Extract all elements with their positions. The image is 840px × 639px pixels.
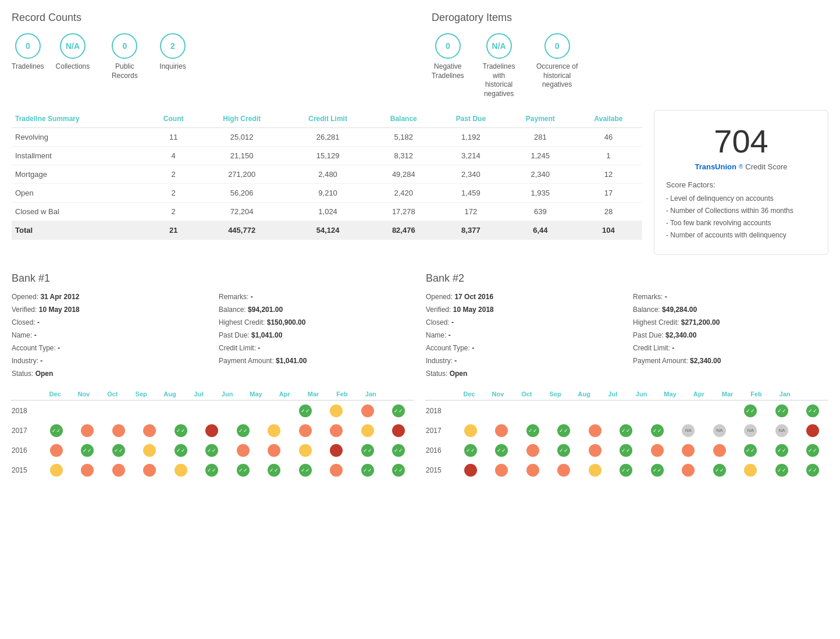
credit-score-label: Credit Score — [745, 162, 787, 171]
calendar-dot — [557, 464, 570, 477]
calendar-dot: ✓ — [361, 464, 374, 477]
tradeline-header-cell: Payment — [506, 110, 575, 128]
bank-detail-item: Verified: 10 May 2018 — [12, 304, 207, 315]
table-cell: Revolving — [12, 128, 148, 147]
derogatory-label: Tradelines withhistorical negatives — [476, 62, 522, 98]
calendar-dot: ✓ — [175, 444, 187, 457]
calendar-dot-cell: NA — [704, 424, 735, 437]
table-cell: 1,459 — [436, 184, 506, 203]
calendar-month-label: Sep — [541, 390, 570, 397]
calendar-dot — [237, 444, 250, 457]
bank-detail-item: Highest Credit: $150,900.00 — [219, 317, 414, 328]
calendar-month-label: Jun — [627, 390, 656, 397]
table-cell: 281 — [506, 128, 575, 147]
calendar-dot — [589, 464, 601, 477]
calendar-dot: NA — [775, 424, 788, 437]
calendar-dot: NA — [713, 424, 726, 437]
record-count-circle: 0 — [15, 33, 41, 59]
calendar-dot-cell — [486, 464, 518, 477]
table-cell: 8,312 — [372, 147, 436, 165]
bank-detail-item: Name: - — [12, 330, 207, 340]
table-cell: 26,281 — [284, 128, 372, 147]
bank-detail-item: Closed: - — [12, 317, 207, 328]
calendar-month-label: Dec — [41, 390, 69, 397]
calendar-dot — [526, 464, 539, 477]
calendar-dot-cell — [72, 404, 104, 417]
calendar-dot-cell — [642, 444, 673, 457]
calendar-dot: ✓ — [50, 424, 63, 437]
table-cell: Mortgage — [12, 165, 148, 184]
table-cell: 5,182 — [372, 128, 436, 147]
calendar-dot — [50, 464, 63, 477]
calendar-dots-row: ✓✓✓✓✓✓ — [41, 444, 414, 457]
tradeline-header-cell: Tradeline Summary — [12, 110, 148, 128]
table-cell: 21,150 — [200, 147, 284, 165]
calendar-year-label: 2018 — [426, 407, 455, 415]
calendar-dot — [464, 464, 477, 477]
calendar-year-label: 2018 — [12, 407, 41, 415]
calendar-dot-cell — [455, 424, 486, 437]
bank-detail-item: Credit Limit: - — [633, 343, 828, 353]
calendar-dot — [713, 404, 726, 417]
calendar-dot-cell: NA — [673, 424, 704, 437]
table-cell: 17,278 — [372, 203, 436, 221]
calendar-month-label: Sep — [127, 390, 155, 397]
calendar-dot-cell — [134, 404, 166, 417]
bank1-calendar: DecNovOctSepAugJulJunMayAprMarFebJan 201… — [12, 390, 414, 480]
table-cell: 639 — [506, 203, 575, 221]
calendar-dot — [713, 444, 726, 457]
bank2-calendar: DecNovOctSepAugJulJunMayAprMarFebJan 201… — [426, 390, 828, 480]
calendar-dot — [464, 424, 477, 437]
calendar-dots-row: ✓✓ — [41, 404, 414, 417]
table-cell: 1,245 — [506, 147, 575, 165]
calendar-dot-cell — [197, 424, 228, 437]
calendar-dot-cell — [611, 404, 642, 417]
calendar-dot: ✓ — [299, 404, 312, 417]
calendar-dot: ✓ — [392, 404, 405, 417]
calendar-dot-cell: ✓ — [290, 464, 321, 477]
record-counts-section: Record Counts 0 TradelinesN/A Collection… — [12, 12, 408, 98]
table-cell: 56,206 — [200, 184, 284, 203]
calendar-dot-cell: ✓ — [41, 424, 72, 437]
tradeline-header-cell: Credit Limit — [284, 110, 372, 128]
calendar-dot: ✓ — [361, 444, 374, 457]
calendar-dot-cell — [103, 424, 134, 437]
calendar-year-label: 2015 — [12, 466, 41, 474]
table-cell: 445,772 — [200, 221, 284, 240]
calendar-dot: ✓ — [620, 444, 632, 457]
record-count-circle: 0 — [112, 33, 137, 59]
calendar-dot-cell — [486, 424, 518, 437]
bank-detail-item: Remarks: - — [633, 292, 828, 302]
table-cell: 72,204 — [200, 203, 284, 221]
calendar-dot: ✓ — [713, 464, 726, 477]
record-count-label: Inquiries — [159, 62, 186, 72]
derogatory-items-section: Derogatory Items 0 NegativeTradelinesN/A… — [432, 12, 828, 98]
calendar-dot-cell — [321, 464, 353, 477]
table-cell: 82,476 — [372, 221, 436, 240]
calendar-year-row: 2015✓✓✓✓✓ — [426, 460, 828, 480]
calendar-dot-cell: ✓ — [383, 464, 415, 477]
calendar-dot-cell: ✓ — [455, 444, 486, 457]
calendar-year-row: 2016✓✓✓✓✓✓ — [12, 441, 414, 460]
score-factor-item: - Level of delinquency on accounts — [666, 194, 816, 204]
table-cell: 2 — [148, 165, 200, 184]
calendar-dot — [682, 444, 695, 457]
calendar-dot-cell — [704, 404, 735, 417]
calendar-dot-cell: ✓ — [735, 404, 767, 417]
bank-detail-item: Closed: - — [426, 317, 621, 328]
calendar-dot: ✓ — [392, 464, 405, 477]
calendar-dot-cell — [134, 464, 166, 477]
calendar-dot-cell: ✓ — [227, 464, 259, 477]
calendar-dot — [557, 404, 570, 417]
calendar-dot-cell: ✓ — [165, 424, 197, 437]
calendar-dot-cell — [134, 444, 166, 457]
calendar-dot — [268, 404, 280, 417]
table-cell: Open — [12, 184, 148, 203]
score-factor-item: - Too few bank revolving accounts — [666, 218, 816, 228]
derogatory-item: 0 NegativeTradelines — [432, 33, 464, 80]
calendar-dot-cell — [579, 464, 611, 477]
calendar-year-label: 2016 — [426, 446, 455, 455]
table-cell: 2 — [148, 203, 200, 221]
bank-detail-item: Opened: 31 Apr 2012 — [12, 292, 207, 302]
table-cell: 21 — [148, 221, 200, 240]
